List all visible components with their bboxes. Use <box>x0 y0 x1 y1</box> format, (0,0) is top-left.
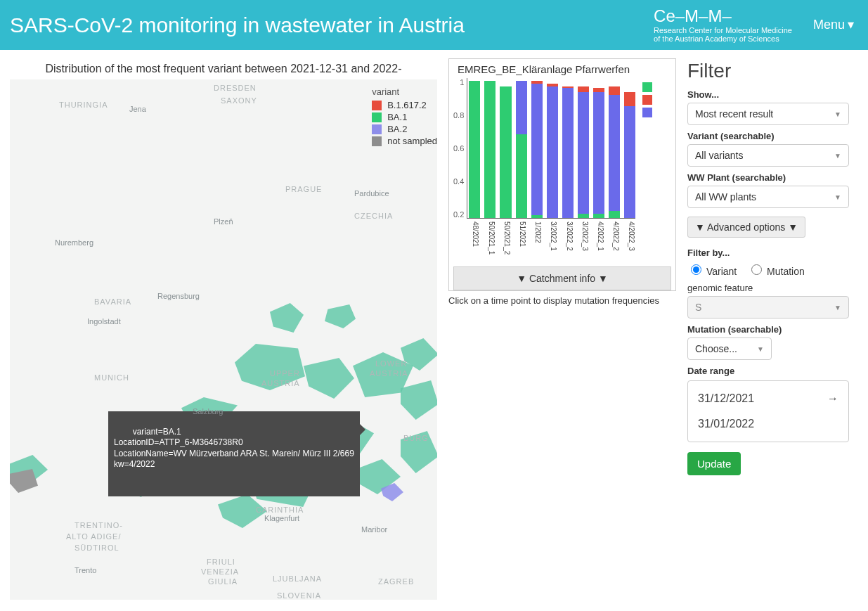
legend-swatch <box>372 136 382 146</box>
page-title: SARS-CoV-2 monitoring in wastewater in A… <box>10 13 465 37</box>
radio-variant[interactable]: Variant <box>687 262 737 277</box>
chart-bar[interactable] <box>562 78 574 218</box>
genomic-label: genomic feature <box>687 283 849 293</box>
map-label: Pardubice <box>354 189 389 198</box>
chart-bar[interactable] <box>624 78 635 218</box>
legend-label: B.1.617.2 <box>387 100 427 110</box>
legend-label: BA.1 <box>387 112 407 122</box>
update-button[interactable]: Update <box>687 452 741 475</box>
x-tick: 3/2022_1 <box>546 221 557 259</box>
filter-by-label: Filter by... <box>687 247 849 258</box>
chevron-down-icon: ▼ <box>834 152 841 160</box>
legend-swatch <box>372 112 382 122</box>
legend-label: not sampled <box>387 136 437 146</box>
date-from[interactable]: 31/12/2021 <box>698 392 754 405</box>
date-to[interactable]: 31/01/2022 <box>698 418 754 430</box>
chevron-down-icon: ▼ <box>834 110 841 118</box>
map-label: THURINGIA <box>59 101 108 109</box>
chart-bars[interactable] <box>467 78 635 219</box>
brand-sub1: Research Center for Molecular Medicine <box>654 26 792 34</box>
map-label: DRESDEN <box>214 84 257 92</box>
chart-bar[interactable] <box>578 78 589 218</box>
chevron-down-icon: ▼ <box>834 193 841 201</box>
brand-name: Ce–M–M– <box>654 7 792 25</box>
wwplant-label: WW Plant (searchable) <box>687 172 849 183</box>
map-legend: variant B.1.617.2BA.1BA.2not sampled <box>372 86 437 148</box>
chart-legend <box>642 82 652 259</box>
map-label: Plzeň <box>214 217 233 226</box>
map-label: Trento <box>75 566 96 574</box>
menu-label: Menu <box>813 18 845 32</box>
brand-sub2: of the Austrian Academy of Sciences <box>654 34 792 43</box>
map-label: Jena <box>129 105 146 113</box>
y-axis: 10.80.60.40.2 <box>453 78 467 219</box>
date-range-picker[interactable]: 31/12/2021 → 31/01/2022 <box>687 380 849 442</box>
x-tick: 3/2022_2 <box>562 221 573 259</box>
chart-bar[interactable] <box>531 78 543 218</box>
legend-title: variant <box>372 86 437 97</box>
show-select[interactable]: Most recent result ▼ <box>687 103 849 125</box>
chart-bar[interactable] <box>593 78 604 218</box>
x-tick: 1/2022 <box>531 221 542 259</box>
chart-title: EMREG_BE_Kläranlage Pfarrwerfen <box>458 63 671 75</box>
map-label: Regensburg <box>157 292 200 300</box>
x-tick: 51/2021 <box>515 221 526 259</box>
filter-panel: Filter Show... Most recent result ▼ Vari… <box>687 58 849 475</box>
variant-select[interactable]: All variants ▼ <box>687 144 849 167</box>
catchment-toggle[interactable]: ▼ Catchment info ▼ <box>453 266 671 290</box>
chevron-down-icon: ▾ <box>848 17 854 32</box>
variant-chart[interactable]: EMREG_BE_Kläranlage Pfarrwerfen 10.80.60… <box>448 58 676 291</box>
map-label: FRIULI <box>207 558 235 566</box>
x-tick: 3/2022_3 <box>578 221 589 259</box>
map-label: Maribor <box>361 525 387 534</box>
variant-label: Variant (searchable) <box>687 131 849 141</box>
chart-bar[interactable] <box>547 78 558 218</box>
x-tick: 50/2021_1 <box>484 221 495 259</box>
map-label: CZECHIA <box>354 212 393 220</box>
chart-bar[interactable] <box>500 78 511 218</box>
show-label: Show... <box>687 89 849 100</box>
legend-swatch <box>372 124 382 134</box>
map-label: ZAGREB <box>378 577 414 586</box>
map-label: SÜDTIROL <box>75 544 119 552</box>
arrow-right-icon: → <box>827 392 838 405</box>
map-label: Ingolstadt <box>87 317 121 326</box>
x-tick: 4/2022_2 <box>609 221 620 259</box>
map-tooltip: variant=BA.1 LocationID=ATTP_6-M3646738R… <box>108 411 360 496</box>
chevron-down-icon: ▼ <box>834 304 841 311</box>
x-tick: 48/2021 <box>468 221 479 259</box>
map-title: Distribution of the most frequent varian… <box>10 63 437 75</box>
chart-bar[interactable] <box>609 78 620 218</box>
x-axis: 48/202150/2021_150/2021_251/20211/20223/… <box>467 221 635 259</box>
chart-bar[interactable] <box>484 78 495 218</box>
map-label: SLOVENIA <box>277 591 321 600</box>
radio-mutation[interactable]: Mutation <box>748 262 805 277</box>
map-label: Klagenfurt <box>264 514 299 522</box>
legend-row: BA.2 <box>372 124 437 134</box>
chart-bar[interactable] <box>516 78 527 218</box>
advanced-toggle[interactable]: ▼ Advanced options ▼ <box>687 217 805 238</box>
mutation-label: Mutation (searchable) <box>687 324 849 335</box>
legend-swatch <box>372 101 382 110</box>
map-label: LJUBLJANA <box>273 574 322 583</box>
wwplant-select[interactable]: All WW plants ▼ <box>687 186 849 208</box>
legend-row: B.1.617.2 <box>372 100 437 110</box>
map-label: VENEZIA <box>201 567 239 576</box>
map-label: PRAGUE <box>285 185 322 193</box>
mutation-select[interactable]: Choose... ▼ <box>687 337 772 360</box>
chart-instruction: Click on a time point to display mutatio… <box>448 295 676 306</box>
legend-label: BA.2 <box>387 124 407 134</box>
map-label: MUNICH <box>94 373 129 382</box>
map-canvas[interactable]: variant B.1.617.2BA.1BA.2not sampled var… <box>10 79 437 600</box>
map-label: GIULIA <box>208 577 238 586</box>
x-tick: 4/2022_3 <box>624 221 635 259</box>
legend-sw-delta <box>642 95 652 105</box>
filter-heading: Filter <box>687 60 849 82</box>
x-tick: 50/2021_2 <box>500 221 511 259</box>
date-range-label: Date range <box>687 366 849 376</box>
top-bar: SARS-CoV-2 monitoring in wastewater in A… <box>0 0 868 50</box>
legend-row: not sampled <box>372 136 437 146</box>
x-tick: 4/2022_1 <box>593 221 604 259</box>
menu-button[interactable]: Menu ▾ <box>809 16 858 33</box>
chart-bar[interactable] <box>469 78 480 218</box>
